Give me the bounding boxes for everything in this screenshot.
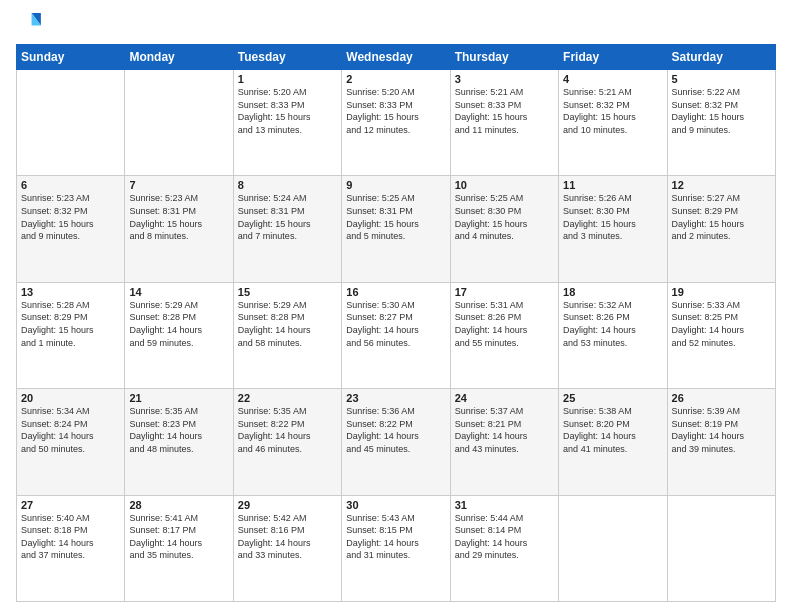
day-number: 24 [455, 392, 554, 404]
day-number: 15 [238, 286, 337, 298]
calendar-cell: 3Sunrise: 5:21 AM Sunset: 8:33 PM Daylig… [450, 70, 558, 176]
day-number: 5 [672, 73, 771, 85]
calendar-cell: 11Sunrise: 5:26 AM Sunset: 8:30 PM Dayli… [559, 176, 667, 282]
day-info: Sunrise: 5:20 AM Sunset: 8:33 PM Dayligh… [238, 86, 337, 136]
day-info: Sunrise: 5:38 AM Sunset: 8:20 PM Dayligh… [563, 405, 662, 455]
day-info: Sunrise: 5:43 AM Sunset: 8:15 PM Dayligh… [346, 512, 445, 562]
day-number: 23 [346, 392, 445, 404]
day-info: Sunrise: 5:42 AM Sunset: 8:16 PM Dayligh… [238, 512, 337, 562]
calendar-cell: 27Sunrise: 5:40 AM Sunset: 8:18 PM Dayli… [17, 495, 125, 601]
day-info: Sunrise: 5:37 AM Sunset: 8:21 PM Dayligh… [455, 405, 554, 455]
calendar-cell: 29Sunrise: 5:42 AM Sunset: 8:16 PM Dayli… [233, 495, 341, 601]
day-info: Sunrise: 5:23 AM Sunset: 8:31 PM Dayligh… [129, 192, 228, 242]
calendar-cell: 15Sunrise: 5:29 AM Sunset: 8:28 PM Dayli… [233, 282, 341, 388]
day-info: Sunrise: 5:29 AM Sunset: 8:28 PM Dayligh… [238, 299, 337, 349]
day-number: 29 [238, 499, 337, 511]
day-number: 25 [563, 392, 662, 404]
day-info: Sunrise: 5:31 AM Sunset: 8:26 PM Dayligh… [455, 299, 554, 349]
calendar-cell: 4Sunrise: 5:21 AM Sunset: 8:32 PM Daylig… [559, 70, 667, 176]
calendar-cell: 9Sunrise: 5:25 AM Sunset: 8:31 PM Daylig… [342, 176, 450, 282]
day-number: 16 [346, 286, 445, 298]
header [16, 10, 776, 38]
day-number: 2 [346, 73, 445, 85]
day-info: Sunrise: 5:35 AM Sunset: 8:22 PM Dayligh… [238, 405, 337, 455]
day-number: 20 [21, 392, 120, 404]
calendar-cell: 17Sunrise: 5:31 AM Sunset: 8:26 PM Dayli… [450, 282, 558, 388]
day-info: Sunrise: 5:23 AM Sunset: 8:32 PM Dayligh… [21, 192, 120, 242]
day-info: Sunrise: 5:27 AM Sunset: 8:29 PM Dayligh… [672, 192, 771, 242]
day-info: Sunrise: 5:25 AM Sunset: 8:31 PM Dayligh… [346, 192, 445, 242]
calendar-cell: 26Sunrise: 5:39 AM Sunset: 8:19 PM Dayli… [667, 389, 775, 495]
weekday-header-wednesday: Wednesday [342, 45, 450, 70]
calendar-cell: 14Sunrise: 5:29 AM Sunset: 8:28 PM Dayli… [125, 282, 233, 388]
calendar-cell: 7Sunrise: 5:23 AM Sunset: 8:31 PM Daylig… [125, 176, 233, 282]
calendar-cell [125, 70, 233, 176]
calendar-cell [667, 495, 775, 601]
day-number: 9 [346, 179, 445, 191]
day-number: 12 [672, 179, 771, 191]
calendar-cell: 24Sunrise: 5:37 AM Sunset: 8:21 PM Dayli… [450, 389, 558, 495]
day-number: 21 [129, 392, 228, 404]
day-info: Sunrise: 5:24 AM Sunset: 8:31 PM Dayligh… [238, 192, 337, 242]
calendar-cell [17, 70, 125, 176]
day-info: Sunrise: 5:33 AM Sunset: 8:25 PM Dayligh… [672, 299, 771, 349]
day-number: 19 [672, 286, 771, 298]
logo-icon [16, 10, 44, 38]
day-info: Sunrise: 5:25 AM Sunset: 8:30 PM Dayligh… [455, 192, 554, 242]
calendar-cell: 1Sunrise: 5:20 AM Sunset: 8:33 PM Daylig… [233, 70, 341, 176]
week-row-5: 27Sunrise: 5:40 AM Sunset: 8:18 PM Dayli… [17, 495, 776, 601]
day-info: Sunrise: 5:28 AM Sunset: 8:29 PM Dayligh… [21, 299, 120, 349]
day-number: 17 [455, 286, 554, 298]
day-info: Sunrise: 5:39 AM Sunset: 8:19 PM Dayligh… [672, 405, 771, 455]
day-info: Sunrise: 5:21 AM Sunset: 8:32 PM Dayligh… [563, 86, 662, 136]
day-info: Sunrise: 5:40 AM Sunset: 8:18 PM Dayligh… [21, 512, 120, 562]
day-info: Sunrise: 5:30 AM Sunset: 8:27 PM Dayligh… [346, 299, 445, 349]
day-info: Sunrise: 5:34 AM Sunset: 8:24 PM Dayligh… [21, 405, 120, 455]
day-number: 18 [563, 286, 662, 298]
weekday-header-tuesday: Tuesday [233, 45, 341, 70]
calendar-cell: 22Sunrise: 5:35 AM Sunset: 8:22 PM Dayli… [233, 389, 341, 495]
week-row-3: 13Sunrise: 5:28 AM Sunset: 8:29 PM Dayli… [17, 282, 776, 388]
day-info: Sunrise: 5:44 AM Sunset: 8:14 PM Dayligh… [455, 512, 554, 562]
day-number: 27 [21, 499, 120, 511]
calendar-cell: 23Sunrise: 5:36 AM Sunset: 8:22 PM Dayli… [342, 389, 450, 495]
weekday-header-row: SundayMondayTuesdayWednesdayThursdayFrid… [17, 45, 776, 70]
calendar-cell: 5Sunrise: 5:22 AM Sunset: 8:32 PM Daylig… [667, 70, 775, 176]
day-info: Sunrise: 5:35 AM Sunset: 8:23 PM Dayligh… [129, 405, 228, 455]
day-number: 28 [129, 499, 228, 511]
calendar-cell: 18Sunrise: 5:32 AM Sunset: 8:26 PM Dayli… [559, 282, 667, 388]
week-row-1: 1Sunrise: 5:20 AM Sunset: 8:33 PM Daylig… [17, 70, 776, 176]
weekday-header-sunday: Sunday [17, 45, 125, 70]
day-number: 4 [563, 73, 662, 85]
weekday-header-friday: Friday [559, 45, 667, 70]
day-number: 22 [238, 392, 337, 404]
day-number: 14 [129, 286, 228, 298]
day-number: 10 [455, 179, 554, 191]
day-info: Sunrise: 5:32 AM Sunset: 8:26 PM Dayligh… [563, 299, 662, 349]
calendar-cell: 28Sunrise: 5:41 AM Sunset: 8:17 PM Dayli… [125, 495, 233, 601]
calendar-cell: 19Sunrise: 5:33 AM Sunset: 8:25 PM Dayli… [667, 282, 775, 388]
day-info: Sunrise: 5:36 AM Sunset: 8:22 PM Dayligh… [346, 405, 445, 455]
day-number: 13 [21, 286, 120, 298]
calendar-cell: 12Sunrise: 5:27 AM Sunset: 8:29 PM Dayli… [667, 176, 775, 282]
day-number: 30 [346, 499, 445, 511]
week-row-4: 20Sunrise: 5:34 AM Sunset: 8:24 PM Dayli… [17, 389, 776, 495]
weekday-header-thursday: Thursday [450, 45, 558, 70]
calendar-cell: 31Sunrise: 5:44 AM Sunset: 8:14 PM Dayli… [450, 495, 558, 601]
calendar-cell: 25Sunrise: 5:38 AM Sunset: 8:20 PM Dayli… [559, 389, 667, 495]
day-info: Sunrise: 5:22 AM Sunset: 8:32 PM Dayligh… [672, 86, 771, 136]
day-number: 3 [455, 73, 554, 85]
day-number: 11 [563, 179, 662, 191]
calendar-cell: 6Sunrise: 5:23 AM Sunset: 8:32 PM Daylig… [17, 176, 125, 282]
day-number: 7 [129, 179, 228, 191]
week-row-2: 6Sunrise: 5:23 AM Sunset: 8:32 PM Daylig… [17, 176, 776, 282]
calendar-cell: 13Sunrise: 5:28 AM Sunset: 8:29 PM Dayli… [17, 282, 125, 388]
calendar-cell: 10Sunrise: 5:25 AM Sunset: 8:30 PM Dayli… [450, 176, 558, 282]
calendar-cell: 30Sunrise: 5:43 AM Sunset: 8:15 PM Dayli… [342, 495, 450, 601]
calendar-cell: 21Sunrise: 5:35 AM Sunset: 8:23 PM Dayli… [125, 389, 233, 495]
day-number: 26 [672, 392, 771, 404]
calendar-cell: 8Sunrise: 5:24 AM Sunset: 8:31 PM Daylig… [233, 176, 341, 282]
day-number: 8 [238, 179, 337, 191]
day-number: 1 [238, 73, 337, 85]
day-info: Sunrise: 5:20 AM Sunset: 8:33 PM Dayligh… [346, 86, 445, 136]
